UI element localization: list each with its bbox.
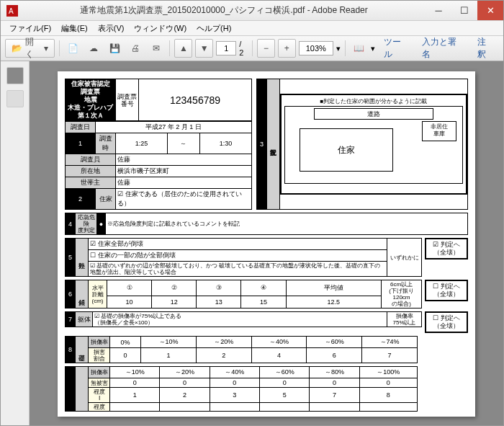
tab-note[interactable]: 注釈: [472, 33, 499, 63]
sec5-cb2: ☐: [90, 252, 96, 259]
sec6-c4: 平均値: [286, 280, 381, 296]
open-label: 開く: [25, 36, 41, 61]
diagram-note: ■判定した住家の範囲が分かるように記載: [284, 98, 463, 105]
sec6-c0: ①: [107, 280, 152, 296]
main-area: 住家被害認定 調査票 地震 木造・プレハブ 第１次Ａ 調査票番号 1234567…: [1, 61, 503, 426]
zoom-out-button[interactable]: −: [257, 39, 275, 58]
sec9-r3-3: 5: [260, 388, 310, 403]
sec9-r2-2: 0: [210, 378, 259, 388]
sec8-r2-lab: 損害割合: [89, 348, 110, 363]
hdr-l1: 住家被害認定: [71, 80, 110, 87]
sec5-cb1: ☑: [90, 240, 96, 247]
page-up-button[interactable]: ▲: [174, 39, 192, 58]
pdf-page: 住家被害認定 調査票 地震 木造・プレハブ 第１次Ａ 調査票番号 1234567…: [58, 71, 475, 417]
row-num-8: 8: [66, 337, 76, 363]
sec6-v0: 10: [107, 296, 152, 308]
attachment-icon[interactable]: [6, 90, 24, 107]
close-button[interactable]: ✕: [477, 1, 503, 20]
separator: [59, 40, 60, 56]
survey-date-label: 調査日: [66, 122, 96, 133]
time-from: 1:25: [116, 133, 168, 154]
app-icon: A: [6, 5, 18, 17]
sec9-r3-4: 7: [310, 388, 359, 403]
menu-window[interactable]: ウィンドウ(W): [130, 22, 191, 35]
sec7-side: 損傷率75%以上: [387, 312, 422, 327]
toolbar: 📂 開く ▾ 📄 ☁ 💾 🖨 ✉ ▲ ▼ / 2 − + ▾ 📖 ▾ ツール 入…: [1, 35, 503, 61]
sec8-r1-5: ～74%: [362, 337, 418, 348]
dropdown-icon[interactable]: ▾: [371, 44, 375, 53]
survey-time-label: 調査時: [96, 133, 116, 154]
cloud-icon[interactable]: ☁: [85, 39, 103, 58]
sec9-r2-0: 0: [110, 378, 160, 388]
window-title: 通常地震第1次調査票_201502010000_パシフィコ横浜.pdf - Ad…: [22, 4, 426, 17]
thumbnails-icon[interactable]: [6, 67, 24, 84]
layout-diagram: ■判定した住家の範囲が分かるように記載 道路 住家 非居住車庫: [280, 94, 467, 195]
diagram-house: 住家: [300, 128, 393, 172]
address: 横浜市磯子区東町: [116, 166, 252, 177]
page-down-button[interactable]: ▼: [195, 39, 213, 58]
menu-view[interactable]: 表示(V): [94, 22, 129, 35]
time-to: 1:30: [199, 133, 251, 154]
surveyor-label: 調査員: [66, 154, 116, 166]
zoom-input[interactable]: [299, 41, 333, 56]
maximize-button[interactable]: ☐: [451, 1, 477, 20]
sec9-r4-lab: 程度: [89, 403, 110, 412]
page-input[interactable]: [216, 41, 236, 56]
sec7-label: 躯体: [76, 312, 93, 327]
page-total: / 2: [239, 40, 248, 57]
open-button[interactable]: 📂 開く ▾: [5, 39, 55, 58]
zoom-in-button[interactable]: +: [278, 39, 296, 58]
separator: [169, 40, 170, 56]
sec5-t3: 基礎のいずれかの辺が全部破壊しており、かつ 破壊している基礎直下の地盤が液状化等…: [90, 262, 380, 275]
sec9-r4-5: [359, 403, 417, 412]
read-mode-icon[interactable]: 📖: [350, 39, 368, 58]
sec9-r1-2: ～40%: [210, 367, 259, 378]
house-checkbox: ☑: [117, 190, 123, 198]
sec8-r1-lab: 損傷率: [89, 337, 110, 348]
sec6-side: 6cm以上(下げ振り120cmの場合): [382, 280, 422, 309]
menu-file[interactable]: ファイル(F): [5, 22, 55, 35]
sec7-text: 基礎の損傷率が75%以上である（損傷長／全長×100）: [94, 313, 181, 326]
svg-text:A: A: [9, 7, 14, 15]
tab-sign[interactable]: 入力と署名: [416, 33, 468, 63]
layout-label: 配置状況: [267, 79, 280, 210]
sec9-r1-lab: 損傷率: [89, 367, 110, 378]
menu-help[interactable]: ヘルプ(H): [192, 22, 235, 35]
sec5-t2: 住家の一部の階が全部倒壊: [98, 252, 176, 259]
mail-icon[interactable]: ✉: [147, 39, 165, 58]
sec9-r2-4: 0: [310, 378, 359, 388]
sec8-r2-4: 6: [307, 348, 362, 363]
print-icon[interactable]: 🖨: [127, 39, 145, 58]
create-pdf-icon[interactable]: 📄: [64, 39, 82, 58]
sec8-r1-4: ～60%: [307, 337, 362, 348]
address-label: 所在地: [66, 166, 116, 177]
row-num-9: [66, 367, 76, 412]
minimize-button[interactable]: ─: [426, 1, 451, 20]
row-num-4: 4: [66, 213, 76, 235]
sec9-r4-0: [110, 403, 160, 412]
titlebar: A 通常地震第1次調査票_201502010000_パシフィコ横浜.pdf - …: [1, 1, 503, 21]
sec7-judge: ☐ 判定へ（全壊）: [425, 311, 468, 333]
head: 佐藤: [116, 177, 252, 189]
tab-tool[interactable]: ツール: [378, 33, 414, 63]
sec9-r4-4: [310, 403, 359, 412]
sec9-r3-2: 3: [210, 388, 259, 403]
save-icon[interactable]: 💾: [106, 39, 124, 58]
row-num-6: 6: [66, 280, 76, 309]
sec6-c2: ③: [197, 280, 241, 296]
hdr-l5: 第１次Ａ: [78, 112, 104, 119]
zoom-dropdown-icon[interactable]: ▾: [336, 44, 341, 53]
sec9-r1-1: ～20%: [160, 367, 210, 378]
sec6-judge: ☐ 判定へ（全壊）: [425, 280, 468, 301]
sec6-label: 傾斜: [76, 280, 89, 309]
time-sep: ～: [168, 133, 200, 154]
sec8-r2-0: 0: [110, 348, 141, 363]
survey-date: 平成27 年 2 月 1 日: [96, 122, 252, 133]
sec5-judge: ☑ 判定へ（全壊）: [425, 238, 468, 259]
row-num-1: 1: [66, 133, 96, 154]
sec8-r2-5: 7: [362, 348, 418, 363]
hdr-l3: 地震: [84, 96, 97, 103]
pdf-viewer[interactable]: 住家被害認定 調査票 地震 木造・プレハブ 第１次Ａ 調査票番号 1234567…: [30, 61, 503, 426]
sec8-r2-3: 4: [251, 348, 307, 363]
menu-edit[interactable]: 編集(E): [57, 22, 92, 35]
